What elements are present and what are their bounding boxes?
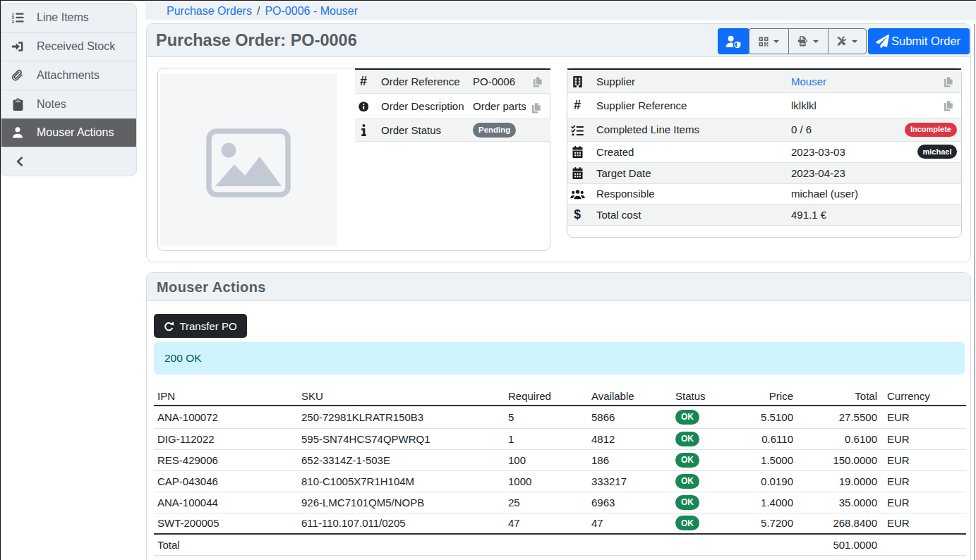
svg-text:3: 3: [11, 19, 14, 24]
